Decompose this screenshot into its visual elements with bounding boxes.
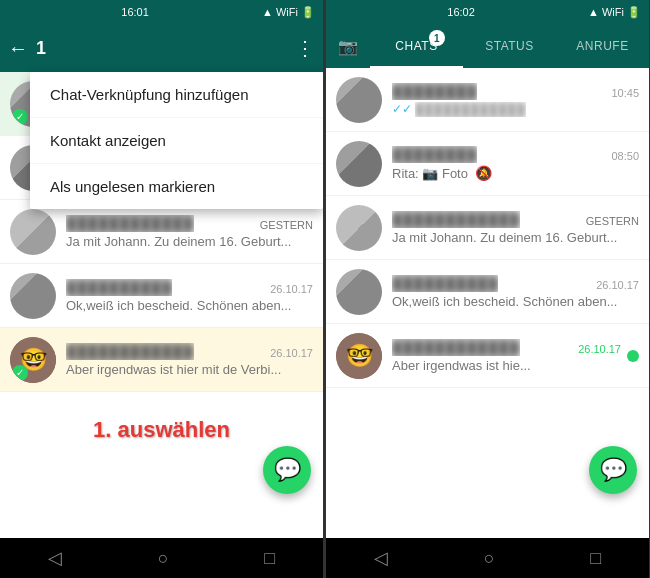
- chat-name-3-right: ████████████: [392, 211, 520, 228]
- chat-header-5-right: ████████████ 26.10.17: [392, 339, 621, 356]
- chat-preview-2-right: Rita: 📷 Foto 🔕: [392, 165, 639, 181]
- nav-back-left[interactable]: ◁: [48, 547, 62, 569]
- arrow-up-indicator: ▲: [470, 68, 506, 69]
- battery-icon: 🔋: [301, 6, 315, 19]
- right-nav-bar: ◁ ○ □: [326, 538, 649, 578]
- chat-content-5-left: ████████████ 26.10.17 Aber irgendwas ist…: [66, 343, 313, 377]
- chat-header-2-right: ████████ 08:50: [392, 146, 639, 163]
- chat-name-3-left: ████████████: [66, 215, 194, 232]
- chat-item-5-left[interactable]: 🤓 ✓ ████████████ 26.10.17 Aber irgendwas…: [0, 328, 323, 392]
- left-nav-bar: ◁ ○ □: [0, 538, 323, 578]
- dropdown-item-2[interactable]: Kontakt anzeigen: [30, 118, 323, 164]
- chat-time-fam-right: 10:45: [611, 87, 639, 99]
- fab-right[interactable]: 💬: [589, 446, 637, 494]
- chat-item-4-left[interactable]: ██████████ 26.10.17 Ok,weiß ich bescheid…: [0, 264, 323, 328]
- chat-item-3-left[interactable]: ████████████ GESTERN Ja mit Johann. Zu d…: [0, 200, 323, 264]
- chat-content-3-left: ████████████ GESTERN Ja mit Johann. Zu d…: [66, 215, 313, 249]
- battery-icon-right: 🔋: [627, 6, 641, 19]
- chat-item-5-right[interactable]: 🤓 ████████████ 26.10.17 Aber irgendwas i…: [326, 324, 649, 388]
- avatar-5-left: 🤓 ✓: [10, 337, 56, 383]
- signal-icon: ▲: [262, 6, 273, 18]
- mute-icon-2-right: 🔕: [475, 165, 492, 181]
- avatar-glasses-right: 🤓: [336, 333, 382, 379]
- preview-text-fam-right: ████████████: [415, 102, 526, 117]
- nav-recent-left[interactable]: □: [264, 548, 275, 569]
- chat-item-3-right[interactable]: ████████████ GESTERN Ja mit Johann. Zu d…: [326, 196, 649, 260]
- selected-check-5-left: ✓: [12, 365, 28, 381]
- wifi-icon: WiFi: [276, 6, 298, 18]
- chat-content-5-right: ████████████ 26.10.17 Aber irgendwas ist…: [392, 339, 621, 373]
- avatar-3-right: [336, 205, 382, 251]
- chats-badge: 1: [429, 30, 445, 46]
- chat-item-fam-right[interactable]: ████████ 10:45 ✓✓ ████████████: [326, 68, 649, 132]
- chat-name-2-right: ████████: [392, 146, 477, 163]
- chat-header-4-left: ██████████ 26.10.17: [66, 279, 313, 296]
- tab-anrufe[interactable]: ANRUFE: [556, 24, 649, 68]
- tab-camera[interactable]: 📷: [326, 24, 370, 68]
- right-status-bar: 16:02 ▲ WiFi 🔋: [326, 0, 649, 24]
- preview-text-2-right: Rita: 📷 Foto: [392, 166, 468, 181]
- right-tabs-bar: 📷 CHATS 1 STATUS ANRUFE: [326, 24, 649, 68]
- chat-preview-5-left: Aber irgendwas ist hier mit de Verbi...: [66, 362, 313, 377]
- dropdown-menu: Chat-Verknüpfung hinzufügen Kontakt anze…: [30, 72, 323, 209]
- left-screen: 16:01 ▲ WiFi 🔋 ← 1 ⋮ ✓ Fam...: [0, 0, 324, 578]
- avatar-3-left: [10, 209, 56, 255]
- wifi-icon-right: WiFi: [602, 6, 624, 18]
- nav-home-right[interactable]: ○: [484, 548, 495, 569]
- chat-header-3-right: ████████████ GESTERN: [392, 211, 639, 228]
- chat-item-4-right[interactable]: ██████████ 26.10.17 Ok,weiß ich bescheid…: [326, 260, 649, 324]
- chat-content-3-right: ████████████ GESTERN Ja mit Johann. Zu d…: [392, 211, 639, 245]
- left-status-bar: 16:01 ▲ WiFi 🔋: [0, 0, 323, 24]
- chat-time-3-right: GESTERN: [586, 215, 639, 227]
- chat-item-2-right[interactable]: ████████ 08:50 Rita: 📷 Foto 🔕: [326, 132, 649, 196]
- avatar-4-left: [10, 273, 56, 319]
- chat-name-4-right: ██████████: [392, 275, 498, 292]
- camera-icon: 📷: [338, 37, 358, 56]
- dropdown-item-3[interactable]: Als ungelesen markieren: [30, 164, 323, 209]
- avatar-2-right: [336, 141, 382, 187]
- chat-preview-5-right: Aber irgendwas ist hie...: [392, 358, 621, 373]
- preview-text-5-left: Aber irgendwas ist hier mit de Verbi...: [66, 362, 281, 377]
- menu-icon[interactable]: ⋮: [295, 36, 315, 60]
- dropdown-item-1[interactable]: Chat-Verknüpfung hinzufügen: [30, 72, 323, 118]
- chat-preview-4-left: Ok,weiß ich bescheid. Schönen aben...: [66, 298, 313, 313]
- chat-time-4-right: 26.10.17: [596, 279, 639, 291]
- tab-status[interactable]: STATUS: [463, 24, 556, 68]
- chat-preview-fam-right: ✓✓ ████████████: [392, 102, 639, 117]
- chat-time-3-left: GESTERN: [260, 219, 313, 231]
- back-icon[interactable]: ←: [8, 37, 28, 60]
- fab-icon-right: 💬: [600, 457, 627, 483]
- tab-chats[interactable]: CHATS 1: [370, 24, 463, 68]
- chat-name-5-right: ████████████: [392, 339, 520, 356]
- right-time: 16:02: [447, 6, 475, 18]
- chat-name-fam-right: ████████: [392, 83, 477, 100]
- chat-name-4-left: ██████████: [66, 279, 172, 296]
- chat-content-4-left: ██████████ 26.10.17 Ok,weiß ich bescheid…: [66, 279, 313, 313]
- nav-home-left[interactable]: ○: [158, 548, 169, 569]
- chat-preview-4-right: Ok,weiß ich bescheid. Schönen aben...: [392, 294, 639, 309]
- right-screen: 16:02 ▲ WiFi 🔋 📷 CHATS 1 STATUS ANRUFE ▲: [326, 0, 650, 578]
- nav-back-right[interactable]: ◁: [374, 547, 388, 569]
- fab-left[interactable]: 💬: [263, 446, 311, 494]
- chat-content-fam-right: ████████ 10:45 ✓✓ ████████████: [392, 83, 639, 117]
- chat-time-5-right: 26.10.17: [578, 343, 621, 355]
- chat-time-5-left: 26.10.17: [270, 347, 313, 359]
- app-bar-icons: ⋮: [295, 36, 315, 60]
- tab-status-label: STATUS: [485, 39, 534, 53]
- chat-header-3-left: ████████████ GESTERN: [66, 215, 313, 232]
- chat-content-2-right: ████████ 08:50 Rita: 📷 Foto 🔕: [392, 146, 639, 181]
- chat-time-2-right: 08:50: [611, 150, 639, 162]
- preview-text-3-right: Ja mit Johann. Zu deinem 16. Geburt...: [392, 230, 617, 245]
- preview-text-5-right: Aber irgendwas ist hie...: [392, 358, 531, 373]
- nav-recent-right[interactable]: □: [590, 548, 601, 569]
- preview-text-3-left: Ja mit Johann. Zu deinem 16. Geburt...: [66, 234, 291, 249]
- preview-text-4-right: Ok,weiß ich bescheid. Schönen aben...: [392, 294, 617, 309]
- signal-icon-right: ▲: [588, 6, 599, 18]
- tab-anrufe-label: ANRUFE: [576, 39, 628, 53]
- selected-check: ✓: [12, 109, 28, 125]
- fab-icon-left: 💬: [274, 457, 301, 483]
- left-status-right: ▲ WiFi 🔋: [262, 6, 315, 19]
- annotation-text-left: 1. auswählen: [0, 417, 323, 443]
- right-status-right: ▲ WiFi 🔋: [588, 6, 641, 19]
- chat-preview-3-right: Ja mit Johann. Zu deinem 16. Geburt...: [392, 230, 639, 245]
